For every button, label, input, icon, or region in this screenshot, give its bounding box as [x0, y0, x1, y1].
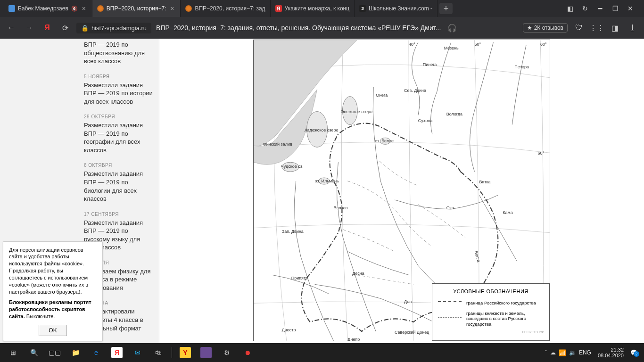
taskbar-app-generic[interactable] [196, 343, 216, 362]
tab-close-icon[interactable]: × [169, 5, 175, 12]
tab-muted-icon[interactable]: 🔇 [71, 6, 78, 12]
headphones-icon[interactable]: 🎧 [446, 21, 459, 34]
back-button[interactable]: ← [5, 21, 18, 34]
history-icon[interactable]: ↻ [581, 4, 589, 13]
minimize-window-icon[interactable]: ━ [596, 4, 604, 13]
tab-favicon-icon [8, 5, 15, 12]
svg-text:Онежское озеро: Онежское озеро [340, 109, 372, 114]
notification-badge: 2 [634, 351, 639, 357]
svg-text:Волхов: Волхов [333, 206, 347, 210]
clock-date: 08.04.2020 [598, 353, 624, 358]
reload-button[interactable]: ⟳ [58, 21, 72, 34]
news-text: Разместили задания ВПР — 2019 по истории… [84, 81, 153, 106]
panel-icon[interactable]: ◧ [566, 4, 574, 13]
taskbar-app-mail[interactable]: ✉ [127, 343, 148, 362]
browser-tab[interactable]: ВПР−2020, история−7: × [92, 0, 181, 17]
legend-title: УСЛОВНЫЕ ОБОЗНАЧЕНИЯ [438, 288, 544, 294]
news-date: 17 СЕНТЯБРЯ [84, 212, 153, 217]
news-item[interactable]: ВПР — 2019 по обществознанию для всех кл… [84, 41, 153, 66]
search-button[interactable]: 🔍 [24, 343, 44, 362]
tab-favicon-icon [97, 5, 104, 12]
news-date: 5 НОЯБРЯ [84, 74, 153, 79]
taskbar-app-store[interactable]: 🛍 [148, 343, 169, 362]
svg-text:Мезень: Мезень [444, 46, 459, 50]
shield-icon[interactable]: 🛡 [572, 21, 586, 34]
legend-text: граница Российского государства [466, 300, 536, 305]
tray-notifications-icon[interactable]: 💬 2 [630, 349, 637, 356]
svg-text:60°: 60° [540, 42, 547, 47]
news-item[interactable]: 6 ОКТЯБРЯ Разместили задания ВПР — 2019 … [84, 163, 153, 203]
task-view-button[interactable]: ▢▢ [44, 343, 65, 362]
taskbar-app-yandex-browser[interactable]: Y [175, 343, 196, 362]
tab-close-icon[interactable]: × [81, 5, 87, 12]
svg-text:Днестр: Днестр [282, 328, 296, 332]
svg-text:50°: 50° [475, 42, 481, 47]
news-item[interactable]: 5 НОЯБРЯ Разместили задания ВПР — 2019 п… [84, 74, 153, 106]
url-host: hist7-vpr.sdamgia.ru [91, 25, 147, 32]
svg-text:оз. Ильмень: оз. Ильмень [315, 179, 339, 183]
extensions-icon[interactable]: ⋮⋮ [590, 21, 603, 34]
svg-text:Пинега: Пинега [423, 62, 437, 67]
maximize-window-icon[interactable]: ❐ [611, 4, 619, 13]
new-tab-button[interactable]: + [439, 3, 453, 14]
browser-tab[interactable]: Я Укажите монарха, к конц [271, 0, 355, 17]
tray-clock[interactable]: 21:32 08.04.2020 [594, 347, 627, 358]
sidebar-toggle-icon[interactable]: ◨ [608, 21, 621, 34]
tray-chevron-up-icon[interactable]: ˄ [545, 349, 547, 356]
tab-label: ВПР−2020, история−7: [107, 5, 166, 12]
svg-text:Десна: Десна [352, 271, 364, 276]
tab-favicon-icon: Я [275, 5, 282, 12]
news-text: Разместили задания ВПР — 2019 по географ… [84, 121, 153, 154]
svg-text:Дон: Дон [404, 299, 412, 304]
svg-text:Волга: Волга [474, 251, 481, 263]
taskbar-app-record[interactable]: ⏺ [237, 343, 258, 362]
svg-text:Вологда: Вологда [446, 112, 462, 116]
taskbar-app-file-explorer[interactable]: 📁 [65, 343, 86, 362]
browser-tab[interactable]: З Школьные Знания.com - [355, 0, 438, 17]
close-window-icon[interactable]: ✕ [626, 4, 635, 13]
taskbar-app-edge[interactable]: e [86, 343, 107, 362]
taskbar-app-yandex[interactable]: Я [107, 343, 127, 362]
svg-text:Чудское оз.: Чудское оз. [281, 164, 304, 169]
tab-favicon-icon: З [359, 5, 366, 12]
svg-text:Сев. Двина: Сев. Двина [404, 88, 426, 93]
svg-text:Ока: Ока [446, 206, 454, 210]
cookie-adblock-text: Блокировщики рекламы портят работоспособ… [9, 299, 97, 320]
browser-tab[interactable]: Бабек Мамедрзаев 🔇 × [4, 0, 92, 17]
tray-onedrive-icon[interactable]: ☁ [550, 349, 556, 356]
svg-text:Печора: Печора [514, 65, 529, 69]
tab-favicon-icon [185, 5, 192, 12]
windows-taskbar: ⊞ 🔍 ▢▢ 📁 e Я ✉ 🛍 Y ⚙ ⏺ ˄ ☁ 📶 🔉 ENG 21:32… [0, 343, 644, 362]
legend-watermark: РЕШУЕГЭ.РФ [438, 330, 544, 334]
svg-text:Онега: Онега [376, 93, 388, 98]
news-item[interactable]: 28 ОКТЯБРЯ Разместили задания ВПР — 2019… [84, 114, 153, 154]
reviews-chip[interactable]: ★ 2К отзывов [523, 23, 568, 33]
svg-text:60°: 60° [537, 151, 544, 156]
tab-label: Школьные Знания.com - [369, 5, 432, 12]
clock-time: 21:32 [598, 347, 624, 353]
news-date: 6 ОКТЯБРЯ [84, 163, 153, 168]
tray-network-icon[interactable]: 📶 [559, 349, 566, 356]
svg-text:Вятка: Вятка [479, 180, 490, 184]
cookie-text: Для персонализации сервисов сайта и удоб… [9, 247, 97, 296]
svg-text:Ладожское озеро: Ладожское озеро [305, 128, 339, 132]
tray-volume-icon[interactable]: 🔉 [569, 349, 576, 356]
start-button[interactable]: ⊞ [3, 343, 24, 362]
legend-row: границы княжеств и земель, вошедших в со… [438, 311, 544, 327]
system-tray: ˄ ☁ 📶 🔉 ENG 21:32 08.04.2020 💬 2 [545, 347, 641, 358]
svg-text:Зап. Двина: Зап. Двина [282, 229, 304, 234]
cookie-ok-button[interactable]: OK [39, 325, 66, 336]
browser-tab[interactable]: ВПР−2020, история−7: зад [181, 0, 270, 17]
svg-text:Финский залив: Финский залив [263, 142, 292, 147]
window-controls: ◧ ↻ ━ ❐ ✕ [560, 0, 640, 17]
tray-language[interactable]: ENG [579, 349, 591, 356]
reviews-count: 2К отзывов [534, 25, 563, 31]
yandex-logo-icon[interactable]: Я [41, 21, 54, 34]
star-icon: ★ [527, 25, 532, 31]
svg-text:Кама: Кама [503, 210, 512, 215]
downloads-icon[interactable]: ⭳ [626, 21, 639, 34]
site-security-chip[interactable]: 🔒 hist7-vpr.sdamgia.ru [76, 23, 151, 33]
taskbar-app-settings[interactable]: ⚙ [216, 343, 237, 362]
address-bar: ← → Я ⟳ 🔒 hist7-vpr.sdamgia.ru ВПР−2020,… [0, 17, 644, 39]
news-text: ВПР — 2019 по обществознанию для всех кл… [84, 41, 153, 66]
